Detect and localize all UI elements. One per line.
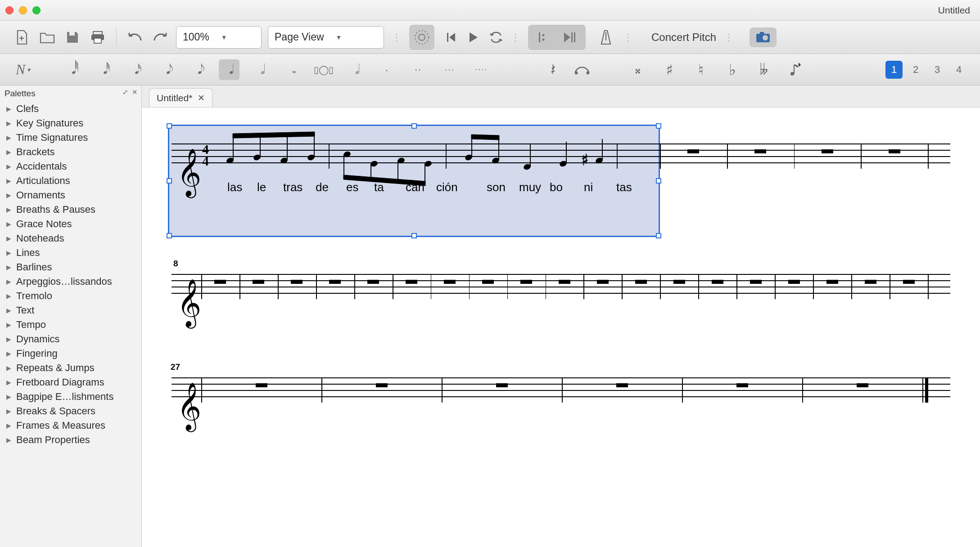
- svg-point-6: [542, 34, 544, 36]
- lyric-syllable[interactable]: tras: [283, 180, 303, 194]
- palette-item[interactable]: ▶Grace Notes: [0, 217, 141, 231]
- open-file-button[interactable]: [38, 28, 57, 47]
- lyric-syllable[interactable]: ción: [436, 180, 458, 194]
- chevron-right-icon: ▶: [6, 177, 13, 184]
- palette-item[interactable]: ▶Dynamics: [0, 332, 141, 346]
- staff[interactable]: 𝄞 44: [172, 143, 950, 169]
- palette-item[interactable]: ▶Articulations: [0, 174, 141, 188]
- palette-item[interactable]: ▶Clefs: [0, 102, 141, 116]
- triple-dot-button[interactable]: ···: [439, 59, 460, 80]
- flat-button[interactable]: ♭: [722, 59, 743, 80]
- close-tab-button[interactable]: ✕: [198, 93, 205, 103]
- duration-half-button[interactable]: 𝅗𝅥: [250, 59, 271, 80]
- loop-playback-button[interactable]: [489, 31, 503, 44]
- print-button[interactable]: [88, 28, 107, 47]
- duration-quarter-button[interactable]: 𝅘𝅥: [219, 59, 239, 80]
- palette-item[interactable]: ▶Fingering: [0, 346, 141, 361]
- lyric-syllable[interactable]: las: [227, 180, 242, 194]
- voice-3-button[interactable]: 3: [929, 61, 946, 79]
- palette-item[interactable]: ▶Time Signatures: [0, 130, 141, 145]
- lyric-syllable[interactable]: ni: [584, 180, 593, 194]
- palette-item[interactable]: ▶Tempo: [0, 318, 141, 332]
- duration-8th-button[interactable]: 𝅘𝅥𝅮: [156, 59, 176, 80]
- voice-2-button[interactable]: 2: [907, 61, 924, 79]
- palette-item[interactable]: ▶Ornaments: [0, 188, 141, 202]
- palettes-list[interactable]: ▶Clefs▶Key Signatures▶Time Signatures▶Br…: [0, 102, 141, 547]
- palette-item[interactable]: ▶Brackets: [0, 145, 141, 159]
- lyric-syllable[interactable]: muy: [519, 180, 541, 194]
- notes-measure-1-3[interactable]: ♯: [217, 130, 658, 184]
- palette-item[interactable]: ▶Bagpipe E…lishments: [0, 390, 141, 404]
- lyric-syllable[interactable]: tas: [616, 180, 632, 194]
- time-signature[interactable]: 44: [202, 143, 209, 167]
- staff[interactable]: 𝄞: [172, 274, 950, 299]
- concert-pitch-toggle[interactable]: Concert Pitch: [651, 31, 716, 44]
- palette-item[interactable]: ▶Barlines: [0, 260, 141, 274]
- palette-item[interactable]: ▶Accidentals: [0, 159, 141, 174]
- metronome-icon-button[interactable]: [596, 28, 615, 47]
- note-input-mode-button[interactable]: N▾: [13, 59, 33, 80]
- palette-item[interactable]: ▶Beam Properties: [0, 433, 141, 447]
- treble-clef-icon: 𝄞: [177, 394, 201, 418]
- lyric-syllable[interactable]: ta: [374, 180, 384, 194]
- palette-item[interactable]: ▶Noteheads: [0, 231, 141, 246]
- duration-breve-button[interactable]: ▯◯▯: [313, 59, 334, 80]
- palette-item-label: Accidentals: [16, 161, 67, 172]
- close-panel-button[interactable]: ✕: [132, 88, 138, 96]
- palette-item[interactable]: ▶Fretboard Diagrams: [0, 375, 141, 390]
- natural-button[interactable]: ♮: [691, 59, 711, 80]
- palette-item[interactable]: ▶Lines: [0, 246, 141, 260]
- flip-direction-button[interactable]: [785, 59, 806, 80]
- duration-whole-button[interactable]: 𝅝: [282, 59, 303, 80]
- loop-out-button[interactable]: [557, 27, 583, 47]
- quad-dot-button[interactable]: ····: [471, 59, 492, 80]
- metronome-button[interactable]: [409, 25, 434, 50]
- palette-item[interactable]: ▶Breaks & Spacers: [0, 404, 141, 418]
- new-file-button[interactable]: [13, 28, 32, 47]
- double-dot-button[interactable]: ··: [408, 59, 429, 80]
- lyric-syllable[interactable]: bo: [550, 180, 563, 194]
- maximize-window-button[interactable]: [32, 6, 41, 14]
- undo-button[interactable]: [126, 28, 145, 47]
- sharp-button[interactable]: ♯: [659, 59, 680, 80]
- double-flat-button[interactable]: 𝄫: [754, 59, 774, 80]
- duration-8th-alt-button[interactable]: 𝅘𝅥𝅮: [187, 59, 208, 80]
- palette-item[interactable]: ▶Key Signatures: [0, 116, 141, 130]
- save-button[interactable]: [63, 28, 82, 47]
- staff[interactable]: 𝄞: [172, 377, 950, 403]
- lyric-syllable[interactable]: es: [346, 180, 358, 194]
- duration-64th-button[interactable]: 𝅘𝅥𝅱: [61, 59, 82, 80]
- duration-16th-button[interactable]: 𝅘𝅥𝅯: [124, 59, 145, 80]
- loop-in-button[interactable]: [531, 27, 557, 47]
- redo-button[interactable]: [151, 28, 170, 47]
- duration-32nd-button[interactable]: 𝅘𝅥𝅰: [93, 59, 113, 80]
- palette-item[interactable]: ▶Text: [0, 303, 141, 318]
- undock-panel-button[interactable]: ⤢: [122, 88, 128, 96]
- palette-item-label: Frames & Measures: [16, 420, 105, 431]
- rewind-button[interactable]: [445, 31, 457, 43]
- palette-item[interactable]: ▶Breaths & Pauses: [0, 202, 141, 217]
- image-capture-button[interactable]: [750, 27, 777, 47]
- minimize-window-button[interactable]: [19, 6, 27, 14]
- document-tab[interactable]: Untitled* ✕: [149, 88, 212, 107]
- close-window-button[interactable]: [5, 6, 14, 14]
- voice-4-button[interactable]: 4: [950, 61, 967, 79]
- rest-button[interactable]: 𝄽: [540, 59, 561, 80]
- voice-1-button[interactable]: 1: [885, 61, 903, 79]
- double-sharp-button[interactable]: 𝄪: [628, 59, 648, 80]
- palette-item[interactable]: ▶Arpeggios…lissandos: [0, 274, 141, 289]
- play-button[interactable]: [468, 31, 479, 43]
- score-canvas[interactable]: 𝄞 44: [142, 107, 980, 547]
- lyric-syllable[interactable]: de: [316, 180, 329, 194]
- duration-longa-button[interactable]: 𝅗𝅥: [345, 59, 366, 80]
- lyric-syllable[interactable]: can: [406, 180, 425, 194]
- zoom-combo[interactable]: 100% ▼: [176, 26, 262, 49]
- view-mode-combo[interactable]: Page View ▼: [268, 26, 384, 49]
- palette-item[interactable]: ▶Frames & Measures: [0, 418, 141, 433]
- dot-button[interactable]: ·: [376, 59, 397, 80]
- palette-item[interactable]: ▶Repeats & Jumps: [0, 361, 141, 375]
- palette-item[interactable]: ▶Tremolo: [0, 289, 141, 303]
- tie-button[interactable]: [572, 59, 592, 80]
- lyric-syllable[interactable]: son: [487, 180, 506, 194]
- lyric-syllable[interactable]: le: [257, 180, 266, 194]
